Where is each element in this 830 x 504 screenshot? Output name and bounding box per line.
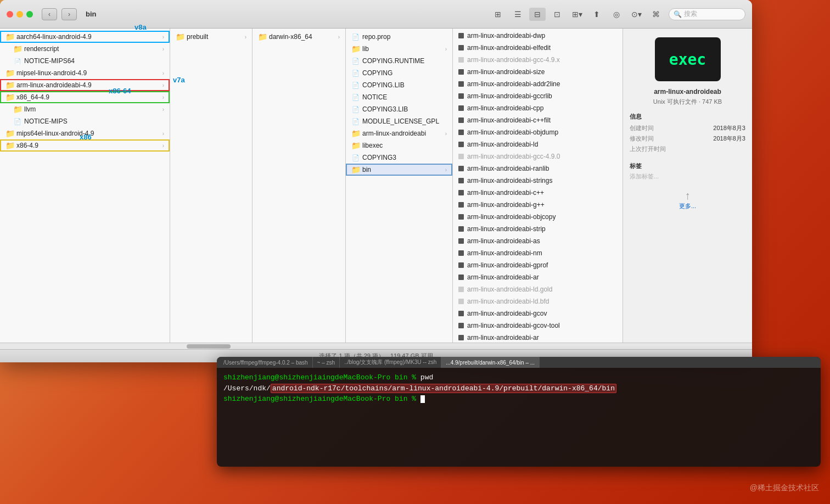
share-button[interactable]: ⬆	[588, 8, 605, 21]
list-item[interactable]: arm-linux-androideabi-as	[453, 235, 622, 247]
chevron-icon: ›	[445, 167, 447, 173]
list-item[interactable]: 📁 x86_64-4.9 ›	[0, 91, 170, 103]
preview-more-button[interactable]: 更多...	[679, 202, 696, 210]
list-item[interactable]: 📁 arm-linux-androideabi-4.9 ›	[0, 79, 170, 91]
list-item[interactable]: arm-linux-androideabi-cpp	[453, 102, 622, 114]
list-item[interactable]: 📁 lib ›	[346, 43, 452, 55]
list-item[interactable]: arm-linux-androideabi-size	[453, 66, 622, 78]
minimize-button[interactable]	[16, 11, 23, 18]
list-item[interactable]: 📁 arm-linux-androideabi ›	[346, 127, 452, 139]
list-item[interactable]: 📄 NOTICE-MIPS	[0, 115, 170, 127]
list-item[interactable]: arm-linux-androideabi-c++	[453, 187, 622, 199]
list-item[interactable]: arm-linux-androideabi-ld	[453, 138, 622, 150]
chevron-icon: ›	[162, 131, 164, 137]
item-label: arm-linux-androideabi-nm	[467, 249, 542, 257]
item-label: NOTICE	[362, 93, 387, 101]
list-item[interactable]: arm-linux-androideabi-elfedit	[453, 42, 622, 54]
item-label: arm-linux-androideabi-gprof	[467, 261, 548, 269]
horizontal-scrollbar[interactable]	[0, 343, 752, 349]
list-item[interactable]: arm-linux-androideabi-ranlib	[453, 163, 622, 175]
list-item[interactable]: arm-linux-androideabi-g++	[453, 199, 622, 211]
list-item[interactable]: arm-linux-androideabi-ar	[453, 332, 622, 343]
list-item[interactable]: 📁 prebuilt ›	[170, 31, 252, 43]
file-icon: 📄	[351, 57, 360, 65]
list-item[interactable]: 📄 COPYING	[346, 67, 452, 79]
list-item[interactable]: arm-linux-androideabi-strip	[453, 223, 622, 235]
item-label: arm-linux-androideabi-gcov-tool	[467, 322, 560, 329]
list-item[interactable]: 📁 bin ›	[346, 164, 452, 176]
search-box[interactable]: 🔍 搜索	[669, 8, 745, 20]
terminal-tab-1[interactable]: /Users/ffmpeg/ffmpeg-4.0.2 – bash	[219, 357, 313, 368]
group-button[interactable]: ⊞▾	[569, 8, 585, 21]
exec-icon	[458, 166, 464, 171]
list-item[interactable]: arm-linux-androideabi-objdump	[453, 126, 622, 138]
list-item[interactable]: arm-linux-androideabi-ar	[453, 271, 622, 283]
terminal-path-highlighted: android-ndk-r17c/toolchains/arm-linux-an…	[271, 384, 616, 393]
item-label: arm-linux-androideabi-objcopy	[467, 213, 556, 221]
item-label: arm-linux-androideabi-ranlib	[467, 165, 549, 172]
list-item[interactable]: 📁 mips64el-linux-android-4.9 ›	[0, 127, 170, 139]
list-item[interactable]: 📄 repo.prop	[346, 31, 452, 43]
list-item[interactable]: arm-linux-androideabi-objcopy	[453, 211, 622, 223]
folder-icon: 📁	[5, 93, 14, 102]
list-item[interactable]: arm-linux-androideabi-gccrlib	[453, 90, 622, 102]
list-item[interactable]: arm-linux-androideabi-gcov	[453, 307, 622, 320]
item-label: arm-linux-androideabi-gcc-4.9.0	[467, 153, 560, 160]
tag-button[interactable]: ◎	[608, 8, 625, 21]
list-item[interactable]: 📄 NOTICE	[346, 91, 452, 103]
list-item[interactable]: 📄 COPYING3.LIB	[346, 103, 452, 115]
forward-button[interactable]: ›	[61, 8, 77, 20]
file-icon: 📄	[13, 57, 22, 65]
list-item[interactable]: arm-linux-androideabi-dwp	[453, 30, 622, 42]
list-item[interactable]: arm-linux-androideabi-ld.bfd	[453, 295, 622, 307]
maximize-button[interactable]	[26, 11, 33, 18]
list-item[interactable]: 📁 darwin-x86_64 ›	[253, 31, 345, 43]
list-item[interactable]: 📁 renderscript ›	[0, 43, 170, 55]
terminal-tab-3[interactable]: ../blog/文支魄库 (ffmpeg)/MK3U -- zsh	[340, 357, 441, 368]
column-4: 📄 repo.prop 📁 lib › 📄 COPYING.RUNTIME 📄 …	[346, 29, 453, 343]
list-item[interactable]: 📁 mipsel-linux-android-4.9 ›	[0, 67, 170, 79]
item-label: arm-linux-androideabi-dwp	[467, 32, 545, 40]
preview-share-icon[interactable]: ↑	[685, 189, 691, 202]
list-item[interactable]: arm-linux-androideabi-gprof	[453, 259, 622, 271]
list-item[interactable]: 📁 llvm ›	[0, 103, 170, 115]
list-item[interactable]: 📄 MODULE_LICENSE_GPL	[346, 115, 452, 127]
list-item[interactable]: 📄 COPYING.RUNTIME	[346, 55, 452, 67]
preview-tags-placeholder[interactable]: 添加标签...	[630, 172, 745, 181]
column-view-button[interactable]: ⊟	[529, 8, 546, 21]
list-item[interactable]: 📄 COPYING.LIB	[346, 79, 452, 91]
list-item[interactable]: arm-linux-androideabi-addr2line	[453, 78, 622, 90]
exec-icon	[458, 226, 464, 232]
exec-icon	[458, 202, 464, 208]
list-item[interactable]: arm-linux-androideabi-ld.gold	[453, 283, 622, 295]
folder-icon: 📁	[5, 141, 14, 150]
item-label: x86_64-4.9	[16, 93, 49, 101]
list-view-button[interactable]: ☰	[509, 8, 526, 21]
gallery-view-button[interactable]: ⊡	[549, 8, 565, 21]
list-item[interactable]: arm-linux-androideabi-strings	[453, 175, 622, 187]
action-button[interactable]: ⌘	[648, 8, 664, 21]
item-label: arm-linux-androideabi-strip	[467, 225, 546, 233]
terminal-tab-2[interactable]: ~ – zsh	[313, 357, 340, 368]
list-item[interactable]: 📁 libexec	[346, 139, 452, 152]
icon-view-button[interactable]: ⊞	[490, 8, 506, 21]
scrollbar-handle[interactable]	[187, 344, 231, 349]
list-item[interactable]: 📁 aarch64-linux-android-4.9 ›	[0, 31, 170, 43]
terminal-tab-4[interactable]: ...4.9/prebuilt/darwin-x86_64/bin – ...	[441, 357, 540, 368]
close-button[interactable]	[7, 11, 13, 18]
list-item[interactable]: arm-linux-androideabi-gcov-tool	[453, 320, 622, 332]
more-button[interactable]: ⊙▾	[628, 8, 644, 21]
finder-window: ‹ › bin ⊞ ☰ ⊟ ⊡ ⊞▾ ⬆ ◎ ⊙▾ ⌘ 🔍 搜索 📁	[0, 0, 752, 362]
list-item[interactable]: arm-linux-androideabi-gcc-4.9.x	[453, 54, 622, 66]
list-item[interactable]: arm-linux-androideabi-nm	[453, 247, 622, 259]
exec-icon	[458, 142, 464, 147]
list-item[interactable]: arm-linux-androideabi-c++filt	[453, 114, 622, 126]
folder-icon: 📁	[5, 81, 14, 89]
file-icon: 📄	[351, 93, 360, 102]
list-item[interactable]: 📄 COPYING3	[346, 152, 452, 164]
list-item[interactable]: arm-linux-androideabi-gcc-4.9.0	[453, 150, 622, 163]
list-item[interactable]: 📄 NOTICE-MIPS64	[0, 55, 170, 67]
back-button[interactable]: ‹	[42, 8, 57, 20]
list-item[interactable]: 📁 x86-4.9 ›	[0, 139, 170, 152]
item-label: llvm	[24, 105, 36, 113]
